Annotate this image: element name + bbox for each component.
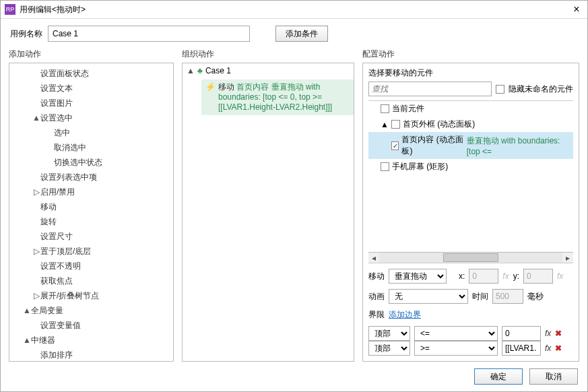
- tree-item-label: 中继器: [31, 334, 55, 346]
- y-label: y:: [513, 271, 519, 281]
- move-type-select[interactable]: 垂直拖动: [389, 269, 447, 284]
- tree-item-label: 设置选中: [40, 112, 73, 124]
- action-bolt-icon: ⚡: [205, 82, 216, 112]
- widget-row[interactable]: 当前元件: [368, 101, 573, 117]
- add-actions-panel: 设置面板状态设置文本设置图片▲设置选中选中取消选中切换选中状态设置列表选中项▷启…: [9, 63, 174, 362]
- mid-title: 组织动作: [182, 48, 354, 60]
- tree-item[interactable]: ▲设置选中: [9, 110, 173, 125]
- y-fx: fx: [557, 271, 563, 281]
- tree-twisty-icon[interactable]: ▷: [32, 245, 40, 257]
- tree-item-label: 设置不透明: [40, 260, 81, 272]
- chevron-down-icon[interactable]: ▲: [187, 66, 195, 75]
- window-title: 用例编辑<拖动时>: [20, 4, 570, 15]
- widget-checkbox[interactable]: [391, 120, 400, 129]
- y-input: [523, 269, 553, 284]
- left-title: 添加动作: [9, 48, 174, 60]
- close-icon[interactable]: ×: [570, 3, 583, 15]
- title-bar: RP 用例编辑<拖动时> ×: [1, 1, 587, 19]
- anim-line: 动画 无 时间 毫秒: [368, 289, 573, 304]
- delete-icon[interactable]: ✖: [555, 344, 562, 353]
- tree-item[interactable]: 选中: [9, 125, 173, 140]
- bounds-label: 界限: [368, 309, 385, 321]
- scroll-thumb[interactable]: [443, 253, 498, 262]
- tree-item[interactable]: 设置文本: [9, 81, 173, 96]
- move-line: 移动 垂直拖动 x: fx y: fx: [368, 269, 573, 284]
- case-name-input[interactable]: [48, 26, 250, 42]
- case-name-label: 用例名称: [10, 28, 42, 40]
- widget-checkbox[interactable]: [381, 104, 389, 113]
- tree-item[interactable]: 取消选中: [9, 140, 173, 155]
- fx-button[interactable]: fx: [545, 344, 551, 353]
- widget-row[interactable]: ▲首页外框 (动态面板): [368, 117, 573, 132]
- select-widget-label: 选择要移动的元件: [363, 63, 579, 81]
- tree-item-label: 启用/禁用: [40, 186, 75, 198]
- scroll-left-icon[interactable]: ◂: [368, 253, 379, 263]
- add-condition-button[interactable]: 添加条件: [275, 26, 328, 42]
- tree-item[interactable]: 设置列表选中项: [9, 170, 173, 185]
- widget-checkbox[interactable]: [381, 162, 389, 171]
- case-node[interactable]: ▲ ♣ Case 1: [183, 63, 354, 78]
- add-boundary-link[interactable]: 添加边界: [389, 309, 421, 321]
- widget-row[interactable]: 手机屏幕 (矩形): [368, 159, 573, 174]
- boundary-row: 顶部<=fx✖: [368, 326, 573, 341]
- cancel-button[interactable]: 取消: [529, 368, 578, 385]
- tree-twisty-icon[interactable]: ▲: [23, 304, 31, 317]
- chevron-icon[interactable]: ▲: [381, 120, 389, 129]
- boundary-value-input[interactable]: [502, 326, 541, 341]
- tree-item[interactable]: 设置图片: [9, 96, 173, 110]
- tree-item-label: 旋转: [40, 216, 57, 228]
- tree-item[interactable]: 设置不透明: [9, 259, 173, 273]
- tree-item[interactable]: 添加排序: [9, 348, 173, 362]
- action-target: 首页内容: [236, 82, 271, 92]
- tree-item[interactable]: 切换选中状态: [9, 155, 173, 170]
- tree-item-label: 设置文本: [40, 82, 73, 94]
- boundary-value-input[interactable]: [502, 341, 541, 356]
- action-type: 垂直拖动: [271, 82, 306, 92]
- search-input[interactable]: [368, 81, 492, 96]
- edge-select[interactable]: 顶部: [368, 326, 410, 341]
- tree-item[interactable]: 设置尺寸: [9, 229, 173, 244]
- tree-item[interactable]: ▷置于顶层/底层: [9, 244, 173, 259]
- tree-item-label: 展开/折叠树节点: [40, 290, 99, 302]
- tree-item[interactable]: ▷启用/禁用: [9, 185, 173, 199]
- x-label: x:: [459, 271, 465, 281]
- tree-item[interactable]: ▲全局变量: [9, 303, 173, 318]
- tree-item[interactable]: 旋转: [9, 214, 173, 229]
- tree-item-label: 设置面板状态: [40, 67, 89, 79]
- widget-row[interactable]: 首页内容 (动态面板) 垂直拖动 with boundaries: [top <…: [368, 132, 573, 159]
- tree-item[interactable]: 获取焦点: [9, 273, 173, 288]
- scroll-right-icon[interactable]: ▸: [562, 253, 573, 263]
- op-select[interactable]: >=: [414, 341, 498, 356]
- action-item[interactable]: ⚡ 移动 首页内容 垂直拖动 with boundaries: [top <= …: [201, 79, 354, 115]
- tree-item[interactable]: 设置变量值: [9, 318, 173, 333]
- tree-item[interactable]: 移动: [9, 199, 173, 214]
- tree-twisty-icon[interactable]: ▲: [32, 112, 40, 124]
- tree-item-label: 设置变量值: [40, 319, 81, 331]
- tree-item[interactable]: ▷展开/折叠树节点: [9, 288, 173, 303]
- widget-label: 首页外框 (动态面板): [403, 119, 475, 130]
- ms-label: 毫秒: [527, 291, 544, 302]
- tree-item-label: 取消选中: [54, 141, 86, 154]
- tree-item-label: 全局变量: [31, 304, 63, 317]
- hide-unnamed-checkbox[interactable]: [496, 85, 504, 94]
- fx-button[interactable]: fx: [545, 329, 551, 338]
- tree-item-label: 移动: [40, 201, 57, 213]
- ok-button[interactable]: 确定: [474, 368, 523, 385]
- move-label: 移动: [368, 271, 385, 282]
- op-select[interactable]: <=: [414, 326, 498, 341]
- x-fx: fx: [502, 271, 509, 281]
- widget-checkbox[interactable]: [391, 141, 399, 150]
- anim-select[interactable]: 无: [389, 289, 468, 304]
- tree-item[interactable]: ▲中继器: [9, 333, 173, 348]
- tree-twisty-icon[interactable]: ▲: [23, 334, 31, 346]
- delete-icon[interactable]: ✖: [555, 329, 562, 338]
- organize-actions-panel: ▲ ♣ Case 1 ⚡ 移动 首页内容 垂直拖动 with boundarie…: [182, 63, 354, 362]
- tree-item[interactable]: 设置面板状态: [9, 66, 173, 81]
- tree-twisty-icon[interactable]: ▷: [32, 290, 40, 302]
- boundary-row: 顶部>=fx✖: [368, 341, 573, 356]
- widget-label: 当前元件: [392, 103, 424, 115]
- tree-item-label: 选中: [54, 127, 70, 139]
- h-scrollbar[interactable]: ◂ ▸: [368, 252, 573, 263]
- tree-twisty-icon[interactable]: ▷: [32, 186, 40, 198]
- edge-select[interactable]: 顶部: [368, 341, 410, 356]
